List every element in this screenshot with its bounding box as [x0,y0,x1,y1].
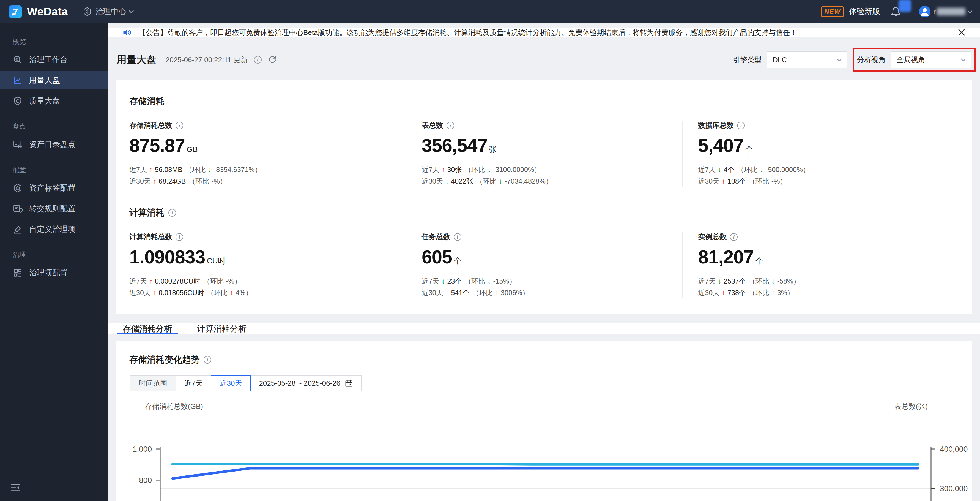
trend-arrow-icon [442,275,445,287]
info-icon[interactable]: i [454,233,461,241]
wedata-brand[interactable]: 7 WeData [8,5,68,19]
trend-row: 近7天0.000278CU时（环比-%） [129,275,395,287]
trend-row: 近7天4个（环比-500.0000%） [698,164,948,176]
trend-row: 近30天0.018056CU时（环比4%） [129,287,395,298]
ring-arrow-icon [487,275,491,287]
trend-row: 近30天68.24GB（环比-%） [129,176,395,187]
trend-arrow-icon [445,287,449,298]
metric-value: 81,207 [698,246,754,268]
sidebar-item-quality-dashboard[interactable]: 质量大盘 [0,92,108,110]
notifications-button[interactable] [888,4,904,19]
metric-value: 356,547 [422,135,487,156]
trend-chart-title: 存储消耗变化趋势 [129,354,200,366]
info-icon[interactable]: i [175,233,183,241]
date-range-picker[interactable]: 2025-05-28 ~ 2025-06-26 [250,375,362,391]
trend-arrow-icon [722,287,725,298]
compute-section-title: 计算消耗i [129,207,959,219]
refresh-icon[interactable] [268,55,277,64]
sidebar-item-asset-tag-config[interactable]: 资产标签配置 [0,179,108,197]
sidebar-section-overview: 概览 [0,37,108,46]
chevron-down-icon [837,56,842,61]
tab-compute-analysis[interactable]: 计算消耗分析 [196,323,247,335]
try-new-label: 体验新版 [849,6,880,17]
metric-table-total: 表总数i 356,547张 近7天30张（环比-3100.0000%） 近30天… [406,121,682,187]
sidebar-item-usage-dashboard[interactable]: 用量大盘 [0,71,108,89]
collapse-sidebar-icon [10,482,21,494]
main-content: 【公告】尊敬的客户，即日起您可免费体验治理中心Beta版功能。该功能为您提供多维… [108,23,980,501]
sidebar-section-config: 配置 [0,166,108,174]
governance-center-icon [82,6,92,16]
info-icon[interactable]: i [737,122,745,129]
info-icon[interactable]: i [204,356,211,364]
sidebar-item-asset-catalog[interactable]: 资产目录盘点 [0,136,108,153]
avatar [919,6,931,18]
trend-row: 近7天30张（环比-3100.0000%） [422,164,671,176]
svg-text:1,000: 1,000 [133,445,152,453]
sidebar-section-governance: 治理 [0,250,108,259]
wedata-logo-icon: 7 [8,5,22,19]
trend-arrow-icon [445,176,449,187]
sidebar-section-inventory: 盘点 [0,122,108,131]
username-censored [937,8,966,15]
info-icon[interactable]: i [169,209,176,217]
asset-tag-icon [13,183,22,193]
ring-arrow-icon [772,275,775,287]
ring-arrow-icon [208,164,212,176]
metric-value: 1.090833 [129,246,205,268]
ring-arrow-icon [487,164,491,176]
analysis-view-label: 分析视角 [857,55,886,65]
ring-arrow-icon [230,287,233,298]
nav-governance-center[interactable]: 治理中心 [82,6,133,17]
announcement-text: 【公告】尊敬的客户，即日起您可免费体验治理中心Beta版功能。该功能为您提供多维… [138,28,951,37]
analysis-view-select[interactable]: 全局视角 [891,51,971,68]
svg-text:400,000: 400,000 [940,445,967,453]
compute-metrics-grid: 计算消耗总数i 1.090833CU时 近7天0.000278CU时（环比-%）… [129,232,959,298]
speaker-icon [122,27,132,37]
analysis-view-filter: 分析视角 全局视角 [857,51,971,68]
svg-text:800: 800 [139,476,152,485]
consumption-overview-card: 存储消耗 存储消耗总数i 875.87GB 近7天56.08MB（环比-8354… [116,80,972,314]
sidebar-item-transfer-rules-config[interactable]: 转交规则配置 [0,199,108,218]
brand-name: WeData [27,5,68,18]
info-icon[interactable]: i [447,122,454,129]
user-menu[interactable]: r [919,6,972,18]
time-range-controls: 时间范围 近7天 近30天 2025-05-28 ~ 2025-06-26 [122,375,966,391]
last-7-days-button[interactable]: 近7天 [175,375,211,391]
chevron-down-icon [129,8,134,13]
info-icon[interactable]: i [730,233,738,241]
page-title: 用量大盘 [117,53,156,67]
try-new-version[interactable]: NEW 体验新版 [821,6,880,17]
trend-row: 近7天56.08MB（环比-8354.6371%） [129,164,395,176]
metric-database-total: 数据库总数i 5,407个 近7天4个（环比-500.0000%） 近30天10… [682,121,959,187]
sidebar-item-governance-workbench[interactable]: 治理工作台 [0,51,108,69]
tab-storage-analysis[interactable]: 存储消耗分析 [122,323,173,335]
analysis-tabs: 存储消耗分析 计算消耗分析 [108,323,980,335]
trend-arrow-icon [442,164,445,176]
calendar-icon [345,379,353,387]
username: r [933,8,966,16]
engine-type-select[interactable]: DLC [767,51,847,68]
page-header: 用量大盘 2025-06-27 00:22:11 更新 i 引擎类型 DLC 分… [108,37,980,68]
metric-task-total: 任务总数i 605个 近7天23个（环比-15%） 近30天541个（环比300… [406,232,682,298]
sidebar-item-governance-item-config[interactable]: 治理项配置 [0,264,108,282]
edit-pen-icon [13,224,22,234]
announcement-banner: 【公告】尊敬的客户，即日起您可免费体验治理中心Beta版功能。该功能为您提供多维… [108,27,980,37]
ring-arrow-icon [499,176,503,187]
workbench-magnifier-icon [13,55,22,65]
sidebar-collapse-button[interactable] [10,482,21,494]
storage-section-title: 存储消耗 [129,95,959,107]
info-icon[interactable]: i [175,122,183,129]
trend-chart: 存储消耗总数(GB) 表总数(张) 1,000800600400,000300,… [122,399,966,501]
metric-value: 5,407 [698,135,743,156]
close-icon[interactable] [958,28,966,37]
sidebar-item-custom-governance[interactable]: 自定义治理项 [0,220,108,238]
chevron-down-icon [961,56,966,61]
svg-text:300,000: 300,000 [940,484,967,493]
last-30-days-button[interactable]: 近30天 [211,375,251,391]
trend-arrow-icon [149,275,153,287]
info-icon[interactable]: i [254,56,262,64]
quality-dashboard-icon [13,96,22,106]
trend-row: 近7天23个（环比-15%） [422,275,671,287]
trend-row: 近30天738个（环比3%） [698,287,948,298]
metric-instance-total: 实例总数i 81,207个 近7天2537个（环比-58%） 近30天738个（… [682,232,959,298]
